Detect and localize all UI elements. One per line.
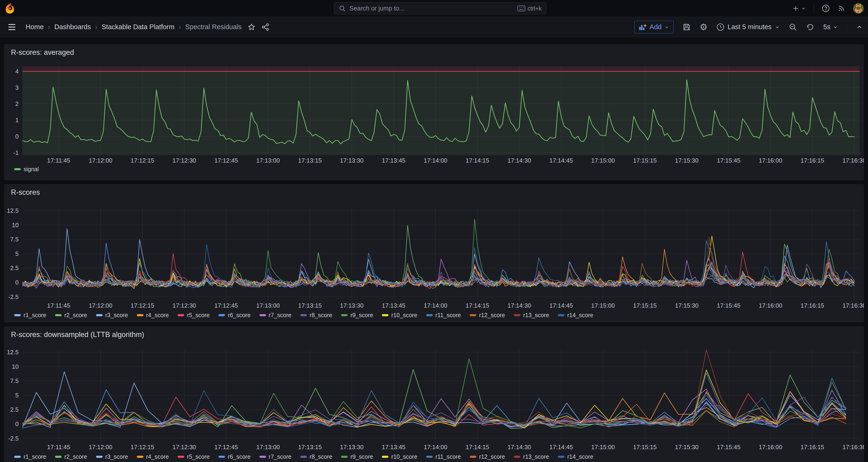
search-input[interactable]: Search or jump to... ctrl+k bbox=[334, 2, 547, 14]
news-button[interactable] bbox=[838, 5, 845, 12]
legend-item[interactable]: r8_score bbox=[300, 312, 332, 318]
legend-item[interactable]: r6_score bbox=[218, 312, 250, 318]
legend-label: r6_score bbox=[228, 453, 250, 460]
panel-r-scores-downsampled[interactable]: R-scores: downsampled (LTTB algorithm) 1… bbox=[4, 327, 864, 462]
threshold-region-below bbox=[22, 71, 860, 155]
x-axis-tick-label: 17:15:30 bbox=[675, 157, 699, 164]
legend-item[interactable]: r9_score bbox=[341, 312, 373, 318]
x-axis-tick-label: 17:14:00 bbox=[424, 443, 447, 451]
legend-item[interactable]: r6_score bbox=[218, 453, 250, 460]
legend-label: r13_score bbox=[523, 453, 549, 460]
legend-item[interactable]: r2_score bbox=[55, 453, 87, 460]
legend-item[interactable]: r5_score bbox=[178, 453, 210, 460]
breadcrumb-item[interactable]: Spectral Residuals bbox=[185, 23, 242, 31]
legend-item[interactable]: r5_score bbox=[178, 312, 210, 318]
timeseries-chart-averaged: 43210-117:11:4517:12:0017:12:1517:12:301… bbox=[4, 44, 864, 180]
legend-item[interactable]: r7_score bbox=[259, 312, 291, 318]
breadcrumb-item[interactable]: Home bbox=[26, 23, 43, 31]
legend-item[interactable]: r10_score bbox=[382, 312, 417, 318]
new-menu-button[interactable] bbox=[792, 5, 806, 12]
legend-swatch bbox=[426, 314, 433, 316]
legend-label: r12_score bbox=[479, 312, 505, 318]
y-axis-tick-label: 12.5 bbox=[7, 349, 19, 356]
legend-item[interactable]: r11_score bbox=[426, 312, 461, 318]
add-panel-button[interactable]: Add bbox=[634, 21, 674, 33]
x-axis-tick-label: 17:13:15 bbox=[298, 443, 322, 451]
x-axis-tick-label: 17:16:00 bbox=[758, 157, 782, 164]
legend-item[interactable]: r1_score bbox=[14, 312, 46, 318]
y-axis-tick-label: 1 bbox=[16, 117, 19, 124]
breadcrumb-separator: › bbox=[179, 23, 181, 31]
x-axis-tick-label: 17:13:00 bbox=[256, 443, 280, 451]
legend-item[interactable]: r4_score bbox=[137, 312, 169, 318]
legend-item[interactable]: r13_score bbox=[514, 453, 549, 460]
legend-item[interactable]: r3_score bbox=[96, 312, 128, 318]
grafana-logo[interactable] bbox=[4, 3, 16, 14]
series-line-r9_score bbox=[22, 359, 846, 428]
star-icon[interactable] bbox=[248, 23, 255, 31]
x-axis-tick-label: 17:16:00 bbox=[758, 443, 782, 451]
legend-label: r4_score bbox=[146, 312, 169, 318]
legend-swatch bbox=[300, 456, 307, 458]
legend-item[interactable]: r4_score bbox=[137, 453, 169, 460]
y-axis-tick-label: 0 bbox=[16, 279, 19, 286]
legend-swatch bbox=[96, 314, 102, 316]
time-range-picker[interactable]: Last 5 minutes bbox=[716, 23, 780, 31]
x-axis-tick-label: 17:14:45 bbox=[549, 157, 573, 164]
y-axis-tick-label: 12.5 bbox=[7, 207, 19, 214]
breadcrumb-item[interactable]: Dashboards bbox=[54, 23, 91, 31]
x-axis-tick-label: 17:12:45 bbox=[214, 157, 238, 164]
x-axis-tick-label: 17:12:00 bbox=[89, 302, 113, 309]
panel-r-scores[interactable]: R-scores 12.5107.552.50-2.517:11:4517:12… bbox=[4, 184, 864, 322]
x-axis-tick-label: 17:15:15 bbox=[633, 443, 656, 451]
legend-swatch bbox=[55, 314, 62, 316]
y-axis-tick-label: 4 bbox=[16, 68, 19, 75]
legend-item[interactable]: r10_score bbox=[382, 453, 417, 460]
legend-item[interactable]: r8_score bbox=[300, 453, 332, 460]
save-dashboard-icon[interactable] bbox=[682, 23, 691, 31]
breadcrumb-item[interactable]: Stackable Data Platform bbox=[102, 23, 175, 31]
legend-item[interactable]: r7_score bbox=[259, 453, 291, 460]
legend-item[interactable]: r11_score bbox=[426, 453, 461, 460]
x-axis-tick-label: 17:15:45 bbox=[717, 157, 741, 164]
legend-item[interactable]: r9_score bbox=[341, 453, 373, 460]
legend-label: r9_score bbox=[350, 453, 373, 460]
panel-legend: r1_scorer2_scorer3_scorer4_scorer5_score… bbox=[14, 453, 593, 460]
user-avatar[interactable] bbox=[853, 3, 864, 14]
legend-item[interactable]: r12_score bbox=[470, 312, 505, 318]
y-axis-tick-label: 10 bbox=[12, 221, 19, 228]
zoom-out-icon[interactable] bbox=[789, 23, 797, 31]
clock-icon bbox=[716, 23, 724, 31]
legend-item[interactable]: r14_score bbox=[558, 312, 593, 318]
collapse-chrome-icon[interactable] bbox=[856, 24, 863, 31]
x-axis-tick-label: 17:16:30 bbox=[842, 157, 864, 164]
x-axis-tick-label: 17:15:00 bbox=[591, 157, 615, 164]
legend-label: r11_score bbox=[435, 312, 461, 318]
x-axis-tick-label: 17:14:45 bbox=[549, 443, 573, 451]
add-button-label: Add bbox=[650, 23, 662, 31]
search-placeholder: Search or jump to... bbox=[349, 5, 517, 12]
help-button[interactable] bbox=[822, 4, 830, 12]
refresh-interval-picker[interactable]: 5s bbox=[823, 23, 838, 31]
panel-r-scores-averaged[interactable]: R-scores: averaged 43210-117:11:4517:12:… bbox=[4, 44, 864, 180]
legend-item[interactable]: r14_score bbox=[558, 453, 593, 460]
legend-swatch bbox=[137, 456, 144, 458]
breadcrumb: Home›Dashboards›Stackable Data Platform›… bbox=[26, 23, 242, 31]
help-icon bbox=[822, 4, 830, 12]
settings-button[interactable]: ⚙ bbox=[700, 23, 708, 31]
legend-swatch bbox=[341, 314, 348, 316]
legend-label: r14_score bbox=[567, 312, 593, 318]
refresh-icon[interactable] bbox=[806, 23, 814, 31]
legend-item[interactable]: signal bbox=[14, 166, 39, 173]
legend-item[interactable]: r13_score bbox=[514, 312, 549, 318]
legend-swatch bbox=[178, 456, 184, 458]
legend-item[interactable]: r2_score bbox=[55, 312, 87, 318]
share-icon[interactable] bbox=[261, 23, 270, 31]
legend-swatch bbox=[14, 314, 21, 316]
x-axis-tick-label: 17:14:30 bbox=[507, 302, 531, 309]
legend-item[interactable]: r1_score bbox=[14, 453, 46, 460]
legend-item[interactable]: r12_score bbox=[470, 453, 505, 460]
legend-item[interactable]: r3_score bbox=[96, 453, 128, 460]
menu-toggle-button[interactable] bbox=[8, 24, 16, 30]
breadcrumb-separator: › bbox=[95, 23, 97, 31]
